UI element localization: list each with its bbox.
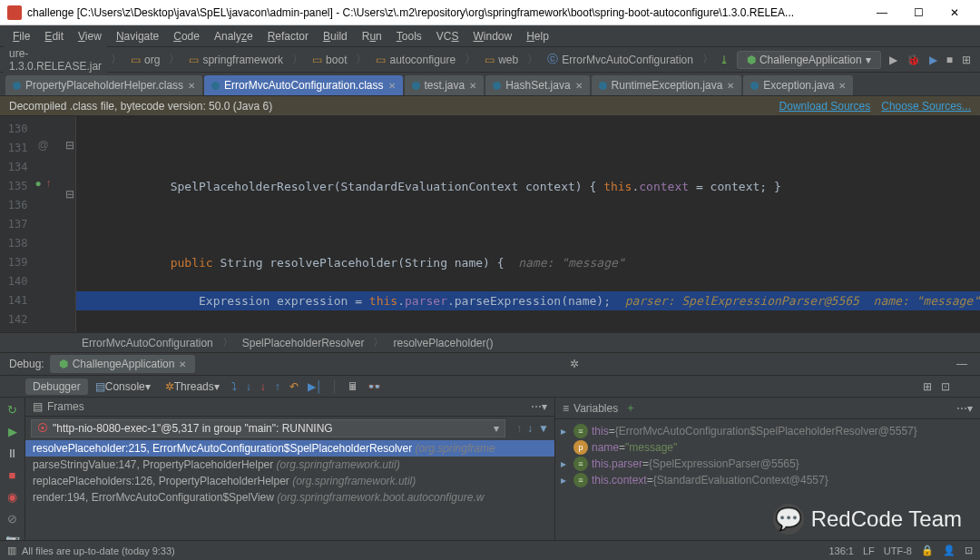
class-icon [412,82,420,90]
close-icon[interactable]: ✕ [838,81,846,91]
menu-view[interactable]: View [71,28,109,44]
thread-dropdown[interactable]: ⦿ "http-nio-8080-exec-1"@5,317 in group … [31,419,505,437]
frames-options-icon[interactable]: ⋯▾ [531,400,547,413]
variables-header: ≡ Variables ＋ ⋯▾ [555,398,980,419]
stop-icon[interactable]: ■ [5,467,21,483]
var-row[interactable]: ▸≡this.context = {StandardEvaluationCont… [561,472,975,488]
step-over-icon[interactable]: ⤵ [227,378,241,395]
close-icon[interactable]: ✕ [727,81,734,91]
bc2-method[interactable]: resolvePlaceholder() [393,337,493,349]
menu-window[interactable]: Window [466,28,519,44]
evaluate-icon[interactable]: 🖩 [343,378,363,395]
tab-runtimeexception[interactable]: RuntimeException.java✕ [592,75,742,95]
layout-icon[interactable]: ⊞ [918,378,936,395]
run-config-dropdown[interactable]: ⬢ ChallengeApplication ▾ [737,51,881,69]
run-button[interactable]: ▶ [885,51,902,69]
menu-code[interactable]: Code [166,28,207,44]
choose-sources-link[interactable]: Choose Sources... [881,100,971,113]
prev-frame-icon[interactable]: ↑ [516,422,522,435]
bc-auto[interactable]: ▭autoconfigure [370,52,461,68]
close-icon[interactable]: ✕ [179,359,186,369]
structure-icon[interactable]: ⊞ [957,51,975,69]
build-icon[interactable]: ⤓ [715,51,733,69]
console-tab[interactable]: ▤ Console ▾ [88,378,158,395]
hector-icon[interactable]: 👤 [943,545,956,556]
run-to-cursor-icon[interactable]: ▶│ [303,378,328,395]
coverage-button[interactable]: ▶ [925,51,942,69]
bc-class[interactable]: ⓒErrorMvcAutoConfiguration [542,50,699,69]
debug-button[interactable]: 🐞 [902,51,925,69]
next-frame-icon[interactable]: ↓ [527,422,533,435]
force-step-into-icon[interactable]: ↓ [256,378,270,395]
bc-org[interactable]: ▭org [125,52,165,68]
restore-icon[interactable]: ⊡ [936,378,955,395]
menu-tools[interactable]: Tools [389,28,429,44]
step-out-icon[interactable]: ↑ [270,378,285,395]
bc-spring[interactable]: ▭springframework [183,52,289,68]
tab-errormvc[interactable]: ErrorMvcAutoConfiguration.class✕ [204,75,402,95]
menu-analyze[interactable]: Analyze [207,28,260,44]
debugger-tab[interactable]: Debugger [25,378,88,395]
status-left-icon[interactable]: ▥ [7,545,16,556]
close-icon[interactable]: ✕ [469,81,476,91]
threads-tab[interactable]: ✲ Threads ▾ [158,378,227,395]
code-area[interactable]: SpelPlaceholderResolver(StandardEvaluati… [76,116,980,332]
close-icon[interactable]: ✕ [575,81,583,91]
tab-exception[interactable]: Exception.java✕ [743,75,853,95]
readonly-icon[interactable]: 🔒 [921,545,934,556]
close-icon[interactable]: ✕ [388,81,396,91]
watch-icon[interactable]: 👓 [363,378,386,395]
download-sources-link[interactable]: Download Sources [779,100,871,113]
add-watch-icon[interactable]: ＋ [625,400,636,416]
minimize-icon[interactable]: ― [953,358,971,370]
bc2-resolver[interactable]: SpelPlaceholderResolver [242,337,365,349]
mem-icon[interactable]: ⊡ [965,545,973,556]
bc-web[interactable]: ▭web [479,52,524,68]
tab-hashset[interactable]: HashSet.java✕ [485,75,589,95]
step-into-icon[interactable]: ↓ [241,378,256,395]
bc-boot[interactable]: ▭boot [307,52,352,68]
breakpoints-icon[interactable]: ◉ [5,488,21,505]
menu-run[interactable]: Run [355,28,389,44]
mute-bp-icon[interactable]: ⊘ [5,510,21,526]
menu-navigate[interactable]: Navigate [109,28,166,44]
maximize-button[interactable]: ☐ [900,0,936,25]
drop-frame-icon[interactable]: ↶ [285,378,303,395]
var-row[interactable]: ▸≡this = {ErrorMvcAutoConfiguration$Spel… [561,423,975,439]
pause-icon[interactable]: ⏸ [5,445,21,461]
rerun-icon[interactable]: ↻ [5,401,21,418]
stop-button[interactable]: ■ [942,51,957,69]
close-icon[interactable]: ✕ [188,81,195,91]
filter-icon[interactable]: ▼ [538,422,549,435]
minimize-button[interactable]: — [864,0,900,25]
menu-build[interactable]: Build [316,28,355,44]
menu-vcs[interactable]: VCS [429,28,466,44]
debug-session-tab[interactable]: ⬢ ChallengeApplication ✕ [50,355,196,373]
encoding[interactable]: UTF-8 [884,545,912,556]
frame-list[interactable]: resolvePlaceholder:215, ErrorMvcAutoConf… [25,440,554,552]
menu-help[interactable]: Help [519,28,556,44]
var-options-icon[interactable]: ⋯▾ [956,402,973,415]
gear-icon[interactable]: ✲ [566,358,583,370]
tab-propertyplaceholder[interactable]: PropertyPlaceholderHelper.class✕ [5,75,202,95]
tab-test[interactable]: test.java✕ [405,75,485,95]
frame-item[interactable]: replacePlaceholders:126, PropertyPlaceho… [25,473,554,489]
fold-column[interactable]: ⊟ ⊟ [65,116,76,332]
close-button[interactable]: ✕ [936,0,973,25]
menu-refactor[interactable]: Refactor [260,28,316,44]
code-editor[interactable]: 130131134135136137138139140141142 @ ● ↑ … [0,116,980,332]
menu-edit[interactable]: Edit [37,28,71,44]
line-ending[interactable]: LF [863,545,875,556]
frame-item[interactable]: render:194, ErrorMvcAutoConfiguration$Sp… [25,489,554,506]
search-icon[interactable]: 🔍 [975,51,980,69]
resume-icon[interactable]: ▶ [5,423,21,439]
var-row[interactable]: ▸≡this.parser = {SpelExpressionParser@55… [561,456,975,472]
cursor-position[interactable]: 136:1 [828,545,854,556]
bc-jar[interactable]: ure-1.3.0.RELEASE.jar [4,45,107,74]
bc2-class[interactable]: ErrorMvcAutoConfiguration [82,337,213,349]
menu-file[interactable]: File [5,28,37,44]
frame-item[interactable]: parseStringValue:147, PropertyPlaceholde… [25,457,554,473]
var-row[interactable]: pname = "message" [561,439,975,456]
frame-item[interactable]: resolvePlaceholder:215, ErrorMvcAutoConf… [25,440,554,457]
variables-tree[interactable]: ▸≡this = {ErrorMvcAutoConfiguration$Spel… [555,419,980,492]
